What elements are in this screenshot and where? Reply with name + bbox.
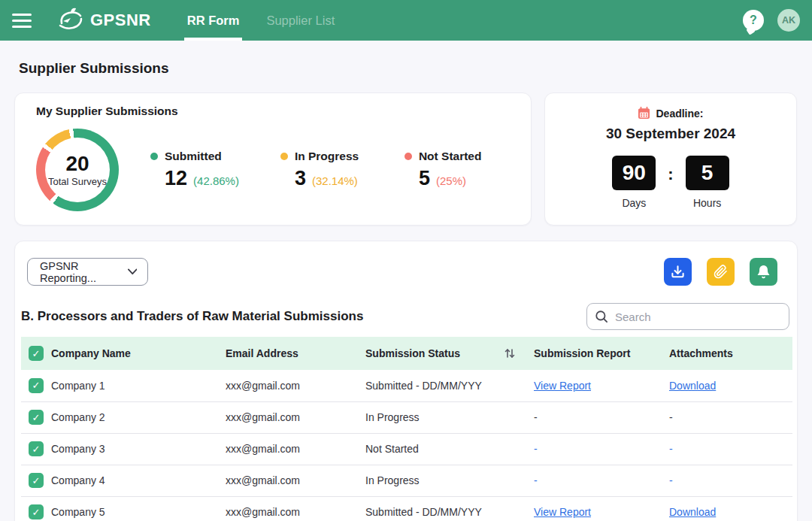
search-icon (595, 310, 608, 323)
download-button[interactable] (664, 258, 692, 286)
nav-tabs: RR Form Supplier List (174, 0, 348, 41)
brand-name: GPSNR (90, 11, 151, 30)
attachment-cell: - (669, 443, 673, 455)
paperclip-icon (714, 265, 728, 279)
download-icon (671, 265, 685, 279)
company-name-cell: Company 2 (51, 401, 226, 433)
deadline-card: Deadline: 30 September 2024 90 Days : 5 … (544, 92, 797, 226)
submission-status-cell: Not Started (365, 433, 534, 465)
legend-dot-not-started (404, 153, 412, 160)
legend-item-not-started: Not Started 5 (25%) (404, 150, 487, 190)
gpsnr-logo-icon (56, 7, 87, 34)
email-cell: xxx@gmail.com (226, 496, 365, 521)
navbar: GPSNR RR Form Supplier List ? AK (0, 0, 812, 41)
countdown-separator: : (668, 165, 673, 184)
column-header-email: Email Address (226, 337, 365, 370)
search-box[interactable] (586, 303, 789, 330)
donut-chart: 20 Total Surveys (36, 129, 119, 211)
help-glyph: ? (750, 14, 757, 27)
submission-report-cell: - (534, 411, 538, 423)
table-header-row: Company Name Email Address Submission St… (21, 337, 792, 370)
submission-report-cell: - (534, 443, 538, 455)
column-header-report: Submission Report (534, 337, 669, 370)
email-cell: xxx@gmail.com (226, 370, 365, 401)
company-name-cell: Company 4 (51, 465, 226, 496)
gpsnr-logo[interactable]: GPSNR (56, 0, 151, 41)
tab-supplier-list[interactable]: Supplier List (263, 0, 338, 41)
attachment-cell[interactable]: Download (669, 380, 716, 392)
row-checkbox[interactable] (29, 378, 44, 393)
chart-legend: Submitted 12 (42.86%) In Progress (150, 150, 487, 190)
report-type-dropdown[interactable]: GPSNR Reporting... (27, 258, 148, 286)
table-row: Company 5 xxx@gmail.com Submitted - DD/M… (21, 496, 792, 521)
deadline-label: Deadline: (656, 108, 703, 120)
submission-status-cell: In Progress (365, 465, 534, 496)
deadline-date: 30 September 2024 (606, 126, 735, 142)
submissions-table-card: GPSNR Reporting... B. Processors and Tra… (14, 241, 798, 521)
help-icon[interactable]: ? (743, 10, 764, 31)
submission-status-cell: In Progress (365, 401, 534, 433)
summary-card-title: My Supplier Submissions (36, 105, 510, 118)
avatar[interactable]: AK (777, 9, 800, 32)
row-checkbox[interactable] (29, 441, 44, 456)
submission-status-cell: Submitted - DD/MM/YYY (365, 496, 534, 521)
company-name-cell: Company 5 (51, 496, 226, 521)
column-header-attachments: Attachments (669, 337, 792, 370)
donut-total-label: Total Surveys (48, 176, 107, 187)
row-checkbox[interactable] (29, 504, 44, 519)
table-row: Company 4 xxx@gmail.com In Progress - - (21, 465, 792, 496)
row-checkbox[interactable] (29, 410, 44, 425)
summary-card: My Supplier Submissions 20 Total Surveys… (14, 92, 532, 226)
email-cell: xxx@gmail.com (226, 465, 365, 496)
countdown-hours-value: 5 (686, 156, 729, 190)
chevron-down-icon (128, 268, 138, 275)
legend-dot-submitted (150, 153, 158, 160)
menu-icon[interactable] (12, 14, 35, 28)
table-section-heading: B. Processors and Traders of Raw Materia… (21, 309, 363, 324)
countdown: 90 Days : 5 Hours (612, 156, 729, 209)
table-row: Company 2 xxx@gmail.com In Progress - - (21, 401, 792, 433)
legend-dot-in-progress (280, 153, 288, 160)
notification-button[interactable] (750, 258, 777, 286)
page-title: Supplier Submissions (19, 60, 798, 77)
row-checkbox[interactable] (29, 473, 44, 488)
countdown-hours-label: Hours (693, 197, 721, 209)
company-name-cell: Company 1 (51, 370, 226, 401)
bell-icon (756, 265, 771, 279)
attachment-cell[interactable]: Download (669, 506, 716, 518)
submission-report-cell[interactable]: View Report (534, 380, 591, 392)
submission-report-cell[interactable]: View Report (534, 506, 591, 518)
email-cell: xxx@gmail.com (226, 401, 365, 433)
countdown-days-value: 90 (612, 156, 656, 190)
column-header-company: Company Name (51, 337, 226, 370)
legend-item-submitted: Submitted 12 (42.86%) (150, 150, 239, 190)
attachment-cell: - (669, 474, 673, 486)
countdown-days-label: Days (622, 197, 646, 209)
legend-item-in-progress: In Progress 3 (32.14%) (280, 150, 363, 190)
search-input[interactable] (615, 310, 781, 323)
submissions-table: Company Name Email Address Submission St… (21, 337, 792, 521)
attachment-button[interactable] (707, 258, 735, 286)
table-row: Company 1 xxx@gmail.com Submitted - DD/M… (21, 370, 792, 401)
dropdown-selected-value: GPSNR Reporting... (40, 260, 128, 284)
table-body: Company 1 xxx@gmail.com Submitted - DD/M… (21, 370, 792, 521)
submission-status-cell: Submitted - DD/MM/YYY (365, 370, 534, 401)
attachment-cell: - (669, 411, 673, 423)
submission-report-cell: - (534, 474, 538, 486)
column-header-status: Submission Status (365, 337, 534, 370)
main-content: Supplier Submissions My Supplier Submiss… (0, 60, 812, 521)
tab-rr-form[interactable]: RR Form (184, 0, 243, 41)
calendar-icon (638, 107, 650, 120)
table-row: Company 3 xxx@gmail.com Not Started - - (21, 433, 792, 465)
select-all-checkbox[interactable] (29, 346, 44, 361)
email-cell: xxx@gmail.com (226, 433, 365, 465)
sort-icon[interactable] (504, 347, 516, 359)
donut-total: 20 (65, 153, 89, 174)
company-name-cell: Company 3 (51, 433, 226, 465)
